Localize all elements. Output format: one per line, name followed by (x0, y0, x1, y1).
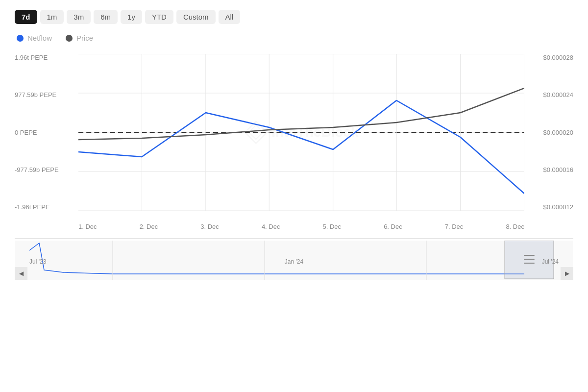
y-axis-left: 1.96t PEPE977.59b PEPE0 PEPE-977.59b PEP… (15, 54, 78, 211)
mini-date-0: Jul '23 (29, 258, 46, 265)
time-btn-1y[interactable]: 1y (121, 10, 142, 24)
chart-wrapper: 1.96t PEPE977.59b PEPE0 PEPE-977.59b PEP… (15, 54, 573, 280)
time-btn-3m[interactable]: 3m (67, 10, 91, 24)
y-right-label-3: $0.000016 (524, 166, 573, 173)
time-btn-6m[interactable]: 6m (94, 10, 118, 24)
time-btn-custom[interactable]: Custom (176, 10, 216, 24)
chart-lines (78, 54, 524, 211)
x-label-0: 1. Dec (78, 223, 97, 230)
y-left-label-4: -1.96t PEPE (15, 203, 78, 211)
x-axis-labels: 1. Dec2. Dec3. Dec4. Dec5. Dec6. Dec7. D… (78, 216, 524, 230)
netflow-label: Netflow (27, 34, 52, 42)
y-left-label-3: -977.59b PEPE (15, 166, 78, 173)
legend-price: Price (66, 34, 93, 42)
mini-chart-wrapper: Jul '23Jan '24Jul '24 ◀ ▶ (15, 238, 573, 280)
time-range-selector: 7d1m3m6m1yYTDCustomAll (15, 10, 573, 24)
x-label-5: 6. Dec (384, 223, 402, 230)
mini-date-1: Jan '24 (285, 258, 303, 265)
main-chart: 1.96t PEPE977.59b PEPE0 PEPE-977.59b PEP… (15, 54, 573, 230)
y-right-label-0: $0.000028 (524, 54, 573, 61)
scroll-right-button[interactable]: ▶ (561, 267, 573, 280)
mini-date-2: Jul '24 (542, 258, 559, 265)
time-btn-all[interactable]: All (219, 10, 241, 24)
x-label-2: 3. Dec (200, 223, 219, 230)
x-label-7: 8. Dec (506, 223, 524, 230)
x-label-4: 5. Dec (323, 223, 342, 230)
x-label-3: 4. Dec (262, 223, 280, 230)
x-label-6: 7. Dec (445, 223, 464, 230)
y-left-label-0: 1.96t PEPE (15, 54, 78, 61)
y-right-label-1: $0.000024 (524, 91, 573, 98)
y-right-label-4: $0.000012 (524, 203, 573, 211)
scroll-left-button[interactable]: ◀ (15, 267, 27, 280)
chart-legend: Netflow Price (17, 34, 573, 42)
x-label-1: 2. Dec (140, 223, 158, 230)
netflow-dot (17, 35, 24, 42)
y-left-label-2: 0 PEPE (15, 129, 78, 136)
y-left-label-1: 977.59b PEPE (15, 91, 78, 98)
time-btn-1m[interactable]: 1m (40, 10, 64, 24)
y-right-label-2: $0.000020 (524, 129, 573, 136)
y-axis-right: $0.000028$0.000024$0.000020$0.000016$0.0… (524, 54, 573, 211)
mini-x-labels: Jul '23Jan '24Jul '24 (29, 258, 559, 265)
legend-netflow: Netflow (17, 34, 52, 42)
time-btn-ytd[interactable]: YTD (145, 10, 173, 24)
time-btn-7d[interactable]: 7d (15, 10, 37, 24)
price-dot (66, 35, 73, 42)
chart-svg-container: IntoTheBlock (78, 54, 524, 211)
price-label: Price (76, 34, 93, 42)
